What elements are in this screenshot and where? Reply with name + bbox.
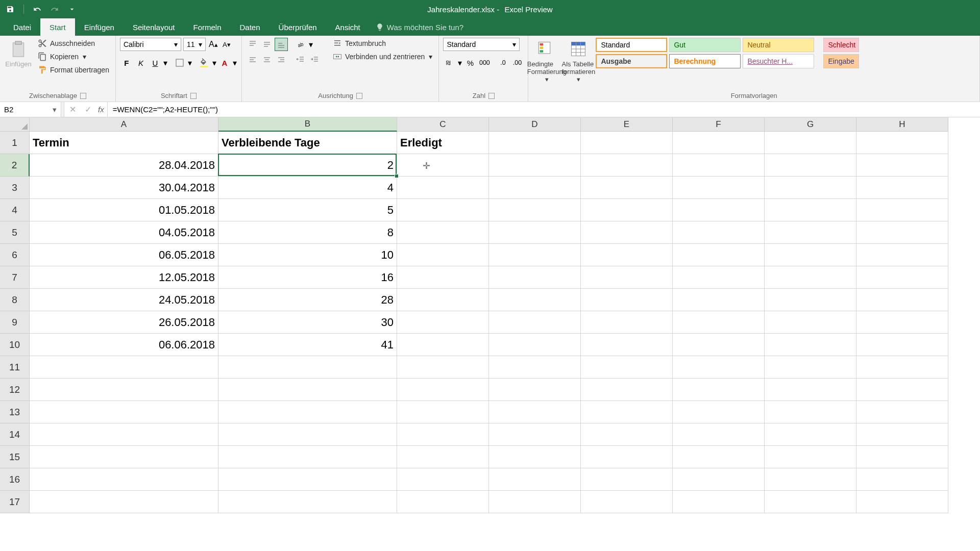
cell-C3[interactable] (397, 177, 489, 199)
cell-C5[interactable] (397, 221, 489, 244)
cell-C4[interactable] (397, 199, 489, 221)
row-header-13[interactable]: 13 (0, 401, 30, 423)
cell-C1[interactable]: Erledigt (397, 132, 489, 154)
decrease-decimal-button[interactable]: .00 (510, 56, 524, 69)
name-box[interactable]: B2 ▾ (0, 102, 61, 117)
cell-E3[interactable] (581, 177, 673, 199)
cancel-formula-button[interactable]: ✕ (67, 105, 78, 115)
cell-H3[interactable] (856, 177, 948, 199)
font-launcher[interactable] (190, 93, 197, 99)
cell-F16[interactable] (673, 468, 765, 491)
cell-H4[interactable] (856, 199, 948, 221)
decrease-font-button[interactable]: A▾ (221, 39, 232, 50)
cell-B11[interactable] (218, 356, 397, 379)
row-header-15[interactable]: 15 (0, 446, 30, 468)
italic-button[interactable]: K (134, 56, 148, 69)
cell-H14[interactable] (856, 423, 948, 446)
font-name-select[interactable]: Calibri▾ (120, 38, 181, 51)
cell-C15[interactable] (397, 446, 489, 468)
cell-C11[interactable] (397, 356, 489, 379)
cell-A6[interactable]: 06.05.2018 (30, 244, 218, 266)
cell-A12[interactable] (30, 379, 218, 401)
cell-D12[interactable] (489, 379, 581, 401)
merge-center-button[interactable]: Verbinden und zentrieren ▾ (331, 51, 434, 62)
cell-H12[interactable] (856, 379, 948, 401)
align-middle-button[interactable] (260, 38, 274, 51)
cell-F14[interactable] (673, 423, 765, 446)
cell-A17[interactable] (30, 491, 218, 513)
row-header-9[interactable]: 9 (0, 311, 30, 334)
conditional-formatting-button[interactable]: Bedingte Formatierung▾ (532, 38, 561, 85)
cell-F9[interactable] (673, 311, 765, 334)
cell-G8[interactable] (765, 289, 856, 311)
row-header-4[interactable]: 4 (0, 199, 30, 221)
cell-G10[interactable] (765, 334, 856, 356)
col-header-H[interactable]: H (856, 117, 948, 132)
col-header-B[interactable]: B (218, 117, 397, 132)
tell-me-search[interactable]: Was möchten Sie tun? (376, 18, 463, 36)
row-header-3[interactable]: 3 (0, 177, 30, 199)
cell-B5[interactable]: 8 (218, 221, 397, 244)
qat-customize-button[interactable] (66, 3, 78, 15)
save-button[interactable] (4, 3, 16, 15)
row-header-10[interactable]: 10 (0, 334, 30, 356)
cell-H13[interactable] (856, 401, 948, 423)
cell-A3[interactable]: 30.04.2018 (30, 177, 218, 199)
cell-E13[interactable] (581, 401, 673, 423)
cell-A2[interactable]: 28.04.2018 (30, 154, 218, 177)
tab-file[interactable]: Datei (4, 18, 40, 36)
increase-font-button[interactable]: A▴ (208, 39, 219, 50)
decrease-indent-button[interactable] (294, 53, 307, 66)
borders-button[interactable] (173, 56, 186, 69)
cell-H10[interactable] (856, 334, 948, 356)
cell-H15[interactable] (856, 446, 948, 468)
cell-F1[interactable] (673, 132, 765, 154)
cell-G9[interactable] (765, 311, 856, 334)
cell-C10[interactable] (397, 334, 489, 356)
cell-G16[interactable] (765, 468, 856, 491)
cell-G6[interactable] (765, 244, 856, 266)
cell-D5[interactable] (489, 221, 581, 244)
cell-C12[interactable] (397, 379, 489, 401)
tab-insert[interactable]: Einfügen (75, 18, 124, 36)
cell-C13[interactable] (397, 401, 489, 423)
cell-H17[interactable] (856, 491, 948, 513)
cell-H6[interactable] (856, 244, 948, 266)
cell-H11[interactable] (856, 356, 948, 379)
cell-D6[interactable] (489, 244, 581, 266)
cell-A9[interactable]: 26.05.2018 (30, 311, 218, 334)
cell-D11[interactable] (489, 356, 581, 379)
cell-D7[interactable] (489, 266, 581, 289)
cell-B8[interactable]: 28 (218, 289, 397, 311)
cell-G5[interactable] (765, 221, 856, 244)
cell-E5[interactable] (581, 221, 673, 244)
row-header-16[interactable]: 16 (0, 468, 30, 491)
cell-E4[interactable] (581, 199, 673, 221)
style-neutral[interactable]: Neutral (743, 38, 814, 52)
enter-formula-button[interactable]: ✓ (83, 105, 93, 115)
col-header-C[interactable]: C (397, 117, 489, 132)
cell-G3[interactable] (765, 177, 856, 199)
cell-G15[interactable] (765, 446, 856, 468)
cell-H8[interactable] (856, 289, 948, 311)
col-header-D[interactable]: D (489, 117, 581, 132)
tab-start[interactable]: Start (40, 18, 75, 36)
font-color-dropdown[interactable]: ▾ (232, 58, 237, 68)
cell-F15[interactable] (673, 446, 765, 468)
cell-E8[interactable] (581, 289, 673, 311)
col-header-F[interactable]: F (673, 117, 765, 132)
cell-G13[interactable] (765, 401, 856, 423)
cell-H16[interactable] (856, 468, 948, 491)
cell-F7[interactable] (673, 266, 765, 289)
cell-C16[interactable] (397, 468, 489, 491)
row-header-12[interactable]: 12 (0, 379, 30, 401)
cell-E16[interactable] (581, 468, 673, 491)
cell-B10[interactable]: 41 (218, 334, 397, 356)
cell-D10[interactable] (489, 334, 581, 356)
cell-B3[interactable]: 4 (218, 177, 397, 199)
row-header-2[interactable]: 2 (0, 154, 30, 177)
align-center-button[interactable] (260, 53, 274, 66)
wrap-text-button[interactable]: Textumbruch (331, 38, 434, 49)
borders-dropdown[interactable]: ▾ (187, 58, 192, 68)
bold-button[interactable]: F (120, 56, 133, 69)
